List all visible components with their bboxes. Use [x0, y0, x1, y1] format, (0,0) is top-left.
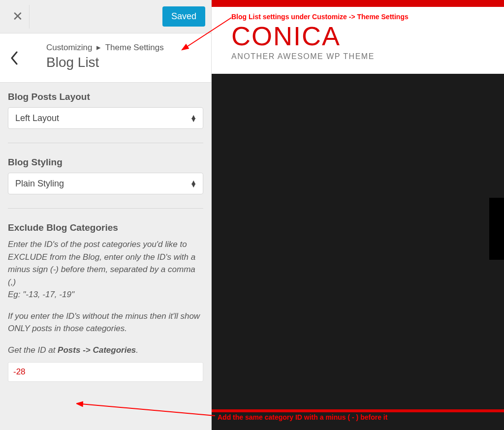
- select-caret-icon: ▲▼: [190, 181, 197, 186]
- bottom-accent-bar: [212, 409, 504, 412]
- styling-select[interactable]: Plain Styling ▲▼: [8, 173, 203, 194]
- top-accent-bar: [212, 0, 504, 7]
- styling-select-value: Plain Styling: [15, 179, 64, 189]
- select-caret-icon: ▲▼: [190, 115, 197, 121]
- breadcrumb-root: Customizing: [46, 43, 93, 52]
- controls-area: Blog Posts Layout Left Layout ▲▼ Blog St…: [0, 83, 211, 382]
- divider: [8, 208, 203, 209]
- breadcrumb-block: Customizing ▸ Theme Settings Blog List: [0, 33, 211, 83]
- site-logo: CONICA: [231, 21, 484, 51]
- page-title: Blog List: [46, 55, 164, 70]
- theme-preview: CONICA ANOTHER AWESOME WP THEME: [212, 0, 504, 430]
- preview-header: CONICA ANOTHER AWESOME WP THEME: [212, 7, 504, 74]
- layout-label: Blog Posts Layout: [8, 92, 203, 102]
- layout-select-value: Left Layout: [15, 113, 59, 123]
- site-tagline: ANOTHER AWESOME WP THEME: [231, 52, 484, 61]
- customizer-topbar: ✕ Saved: [0, 0, 211, 33]
- customizer-sidebar: ✕ Saved Customizing ▸ Theme Settings Blo…: [0, 0, 212, 430]
- exclude-label: Exclude Blog Categories: [8, 222, 203, 233]
- saved-button[interactable]: Saved: [162, 6, 205, 27]
- close-icon[interactable]: ✕: [6, 5, 30, 29]
- exclude-categories-input[interactable]: [8, 362, 203, 382]
- chevron-right-icon: ▸: [94, 43, 103, 52]
- styling-label: Blog Styling: [8, 157, 203, 168]
- breadcrumb-parent: Theme Settings: [105, 43, 164, 52]
- breadcrumb: Customizing ▸ Theme Settings: [46, 42, 164, 53]
- back-chevron-icon[interactable]: [10, 42, 19, 68]
- divider: [8, 143, 203, 143]
- layout-select[interactable]: Left Layout ▲▼: [8, 107, 203, 129]
- hero-side-tab: [489, 198, 504, 260]
- preview-hero: [212, 74, 504, 430]
- exclude-description: Enter the ID's of the post categories yo…: [8, 238, 203, 356]
